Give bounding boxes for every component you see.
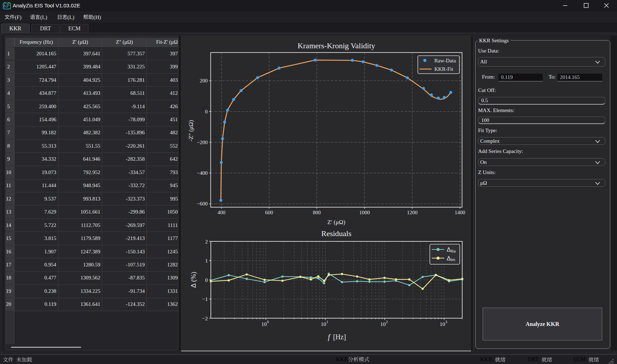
- svg-text:600: 600: [265, 210, 273, 215]
- svg-text:−600: −600: [197, 201, 208, 206]
- svg-text:1000: 1000: [359, 210, 370, 215]
- svg-text:10: 10: [321, 321, 326, 327]
- svg-text:10: 10: [261, 321, 267, 327]
- svg-text:-Z" (μΩ): -Z" (μΩ): [188, 120, 194, 141]
- svg-text:2: 2: [386, 320, 388, 324]
- svg-text:−200: −200: [197, 140, 208, 145]
- svg-text:800: 800: [313, 210, 321, 215]
- svg-text:KKR-Fit: KKR-Fit: [434, 66, 453, 72]
- svg-text:200: 200: [200, 78, 208, 84]
- svg-text:400: 400: [218, 210, 226, 215]
- svg-text:0: 0: [205, 109, 208, 115]
- svg-text:−400: −400: [197, 170, 208, 176]
- svg-text:0: 0: [267, 320, 269, 324]
- svg-text:−1: −1: [202, 296, 208, 302]
- svg-text:1: 1: [205, 258, 208, 264]
- svg-text:1200: 1200: [407, 210, 417, 215]
- svg-text:Residuals: Residuals: [321, 229, 352, 238]
- svg-text:0: 0: [205, 277, 208, 283]
- svg-text:Δ (%): Δ (%): [190, 272, 197, 288]
- svg-text:Z' (μΩ): Z' (μΩ): [328, 219, 346, 226]
- svg-text:[Hz]: [Hz]: [333, 333, 346, 341]
- svg-text:2: 2: [205, 239, 208, 245]
- svg-text:1400: 1400: [455, 210, 465, 215]
- svg-text:Kramers-Kronig Validity: Kramers-Kronig Validity: [298, 41, 375, 50]
- svg-text:−2: −2: [202, 315, 208, 321]
- svg-text:3: 3: [445, 320, 447, 324]
- svg-text:10: 10: [440, 321, 445, 327]
- svg-text:Raw-Data: Raw-Data: [434, 58, 456, 63]
- svg-text:10: 10: [380, 321, 386, 327]
- svg-text:1: 1: [326, 320, 329, 324]
